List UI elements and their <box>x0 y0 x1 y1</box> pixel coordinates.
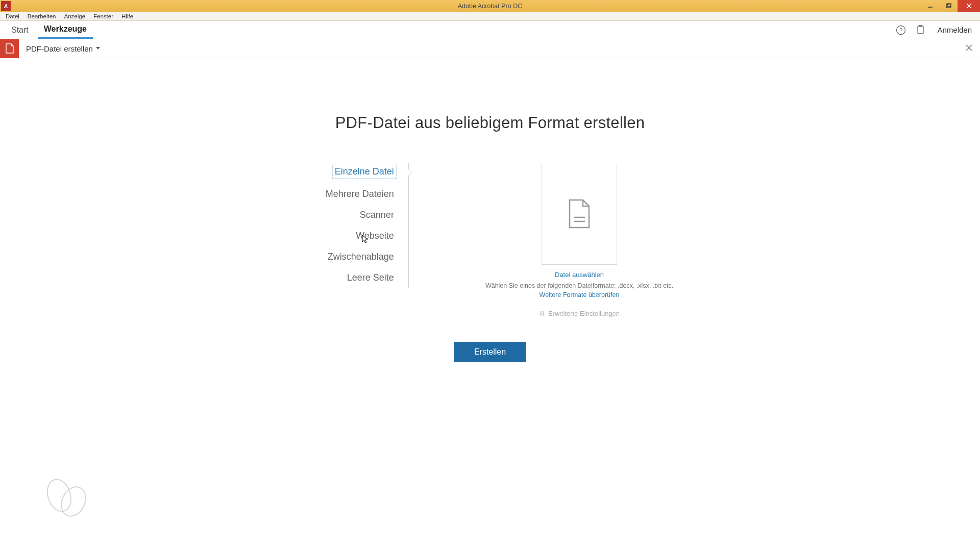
svg-point-14 <box>57 483 90 519</box>
maximize-button[interactable] <box>939 0 958 12</box>
tabs-right: ? Anmelden <box>895 24 976 36</box>
create-pdf-icon <box>5 43 15 54</box>
menu-hilfe[interactable]: Hilfe <box>118 13 137 20</box>
source-einzelne-datei[interactable]: Einzelne Datei <box>332 165 397 179</box>
menu-bearbeiten[interactable]: Bearbeiten <box>24 13 60 20</box>
titlebar: A Adobe Acrobat Pro DC <box>0 0 980 12</box>
minimize-icon <box>927 3 933 9</box>
tool-title[interactable]: PDF-Datei erstellen <box>26 44 100 53</box>
svg-text:?: ? <box>899 27 902 33</box>
svg-rect-1 <box>946 4 950 8</box>
help-button[interactable]: ? <box>895 24 906 36</box>
tool-title-label: PDF-Datei erstellen <box>26 44 93 53</box>
main-content: PDF-Datei aus beliebigem Format erstelle… <box>0 59 980 551</box>
gear-icon: ⚙ <box>539 310 545 317</box>
bell-icon <box>916 25 925 35</box>
source-zwischenablage[interactable]: Zwischenablage <box>307 252 394 262</box>
document-icon <box>567 198 592 230</box>
menu-fenster[interactable]: Fenster <box>90 13 117 20</box>
source-mehrere-dateien[interactable]: Mehrere Dateien <box>307 189 394 199</box>
maximize-icon <box>946 3 951 9</box>
source-scanner[interactable]: Scanner <box>307 210 394 220</box>
select-file-link[interactable]: Datei auswählen <box>555 271 604 279</box>
right-pane: Datei auswählen Wählen Sie eines der fol… <box>485 163 673 317</box>
app-icon: A <box>1 1 11 11</box>
tabs-row: Start Werkzeuge ? Anmelden <box>0 21 980 39</box>
menu-anzeige[interactable]: Anzeige <box>60 13 89 20</box>
advanced-settings-label: Erweiterte Einstellungen <box>548 310 620 317</box>
svg-rect-7 <box>918 26 923 34</box>
tab-werkzeuge[interactable]: Werkzeuge <box>38 21 93 39</box>
signin-link[interactable]: Anmelden <box>937 26 972 34</box>
app-title: Adobe Acrobat Pro DC <box>458 3 522 10</box>
help-icon: ? <box>896 25 906 35</box>
tool-icon-box <box>0 39 19 58</box>
source-type-list: Einzelne Datei Mehrere Dateien Scanner W… <box>307 163 409 288</box>
chevron-down-icon <box>96 47 100 50</box>
more-formats-link[interactable]: Weitere Formate überprüfen <box>540 291 620 298</box>
formats-hint: Wählen Sie eines der folgenden Dateiform… <box>485 282 673 289</box>
menubar: Datei Bearbeiten Anzeige Fenster Hilfe <box>0 12 980 21</box>
menu-datei[interactable]: Datei <box>2 13 23 20</box>
close-icon <box>965 44 973 52</box>
advanced-settings: ⚙ Erweiterte Einstellungen <box>539 310 620 317</box>
tool-header: PDF-Datei erstellen <box>0 39 980 58</box>
svg-point-13 <box>44 477 75 514</box>
window-controls <box>921 0 980 12</box>
acrobat-glyph: A <box>4 3 8 9</box>
close-icon <box>966 3 972 9</box>
tool-close-button[interactable] <box>965 43 973 54</box>
source-leere-seite[interactable]: Leere Seite <box>307 272 394 283</box>
minimize-button[interactable] <box>921 0 939 12</box>
svg-rect-2 <box>947 3 951 7</box>
decorative-logo <box>44 476 92 519</box>
create-button[interactable]: Erstellen <box>454 342 526 362</box>
close-button[interactable] <box>958 0 980 12</box>
source-webseite[interactable]: Webseite <box>307 231 394 241</box>
file-drop-zone[interactable] <box>542 163 617 265</box>
content-row: Einzelne Datei Mehrere Dateien Scanner W… <box>307 163 673 317</box>
tab-start[interactable]: Start <box>5 22 35 38</box>
selection-arrow <box>408 169 412 176</box>
notifications-button[interactable] <box>915 24 926 36</box>
page-heading: PDF-Datei aus beliebigem Format erstelle… <box>335 114 645 132</box>
